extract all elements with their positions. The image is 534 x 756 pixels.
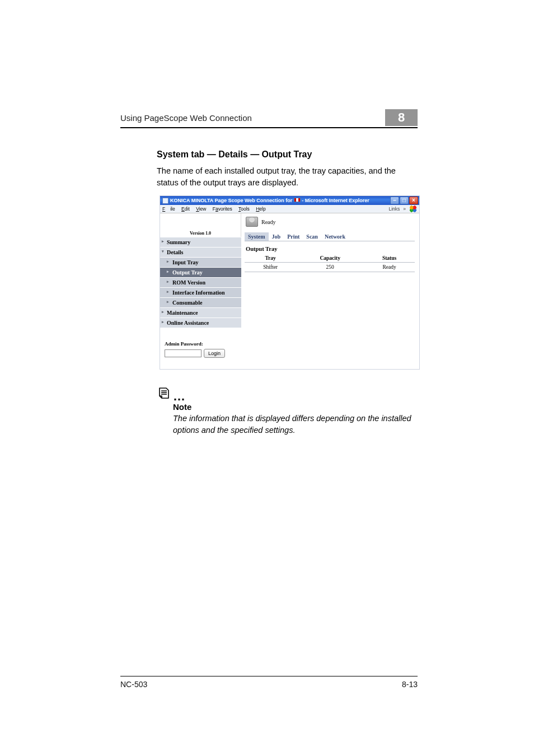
note-body: The information that is displayed differ… <box>173 413 418 436</box>
output-tray-table: Tray Capacity Status Shifter 250 Ready <box>245 254 415 272</box>
admin-login-block: Admin Password: Login <box>160 328 241 369</box>
menu-links[interactable]: Links <box>388 206 400 212</box>
section-title: System tab — Details — Output Tray <box>157 150 418 160</box>
device-status: Ready <box>261 219 276 225</box>
sidebar-item-online-assistance[interactable]: Online Assistance <box>160 318 241 328</box>
brand-version: Version 1.0 <box>160 213 241 237</box>
footer-rule <box>120 676 418 676</box>
sidebar-item-input-tray[interactable]: Input Tray <box>160 257 241 267</box>
section-description: The name of each installed output tray, … <box>157 165 418 189</box>
window-title-suffix: - Microsoft Internet Explorer <box>301 198 369 203</box>
panel-title: Output Tray <box>245 241 415 254</box>
footer-model: NC-503 <box>120 680 147 689</box>
flag-icon <box>294 198 301 202</box>
screenshot: KONICA MINOLTA Page Scope Web Connection… <box>160 195 420 370</box>
maximize-button[interactable]: □ <box>400 197 409 204</box>
chapter-number-badge: 8 <box>385 109 418 126</box>
table-row: Shifter 250 Ready <box>245 263 415 272</box>
sidebar-item-interface-information[interactable]: Interface Information <box>160 287 241 297</box>
note-heading: Note <box>173 402 418 412</box>
tab-system[interactable]: System <box>245 232 269 241</box>
menu-links-chevron[interactable]: » <box>403 206 406 212</box>
minimize-button[interactable]: – <box>390 197 399 204</box>
tab-scan[interactable]: Scan <box>303 232 321 241</box>
tab-print[interactable]: Print <box>284 232 303 241</box>
col-capacity: Capacity <box>296 254 364 263</box>
note-icon <box>157 386 170 400</box>
main-tabs: System Job Print Scan Network <box>245 232 415 241</box>
menu-view[interactable]: View <box>196 206 206 212</box>
ie-logo-icon <box>409 206 417 212</box>
header-rule <box>120 127 418 128</box>
sidebar-item-details[interactable]: Details <box>160 247 241 257</box>
ie-page-icon <box>162 198 168 204</box>
note-ellipsis: … <box>173 394 186 400</box>
menu-edit[interactable]: Edit <box>181 206 190 212</box>
menu-file[interactable]: File <box>162 206 175 212</box>
col-status: Status <box>364 254 415 263</box>
cell-status: Ready <box>364 263 415 272</box>
window-title-prefix: KONICA MINOLTA Page Scope Web Connection… <box>170 198 294 203</box>
tab-network[interactable]: Network <box>321 232 349 241</box>
col-tray: Tray <box>245 254 296 263</box>
sidebar-item-summary[interactable]: Summary <box>160 237 241 247</box>
menubar: File Edit View Favorites Tools Help Link… <box>160 205 419 213</box>
close-button[interactable]: × <box>409 197 418 204</box>
cell-tray: Shifter <box>245 263 296 272</box>
sidebar-item-rom-version[interactable]: ROM Version <box>160 277 241 287</box>
running-header: Using PageScope Web Connection <box>120 113 252 126</box>
window-title: KONICA MINOLTA Page Scope Web Connection… <box>170 198 369 203</box>
admin-password-label: Admin Password: <box>165 341 237 347</box>
printer-icon <box>246 217 258 227</box>
login-button[interactable]: Login <box>204 349 225 358</box>
sidebar-item-consumable[interactable]: Consumable <box>160 297 241 307</box>
sidebar-item-maintenance[interactable]: Maintenance <box>160 307 241 318</box>
admin-password-input[interactable] <box>165 349 202 357</box>
menu-favorites[interactable]: Favorites <box>213 206 232 212</box>
menu-help[interactable]: Help <box>256 206 265 212</box>
menu-tools[interactable]: Tools <box>238 206 250 212</box>
sidebar: Version 1.0 Summary Details Input Tray O… <box>160 213 241 369</box>
footer-page-number: 8-13 <box>402 680 418 689</box>
window-titlebar: KONICA MINOLTA Page Scope Web Connection… <box>160 196 419 205</box>
cell-capacity: 250 <box>296 263 364 272</box>
sidebar-item-output-tray[interactable]: Output Tray <box>160 267 241 277</box>
tab-job[interactable]: Job <box>269 232 284 241</box>
